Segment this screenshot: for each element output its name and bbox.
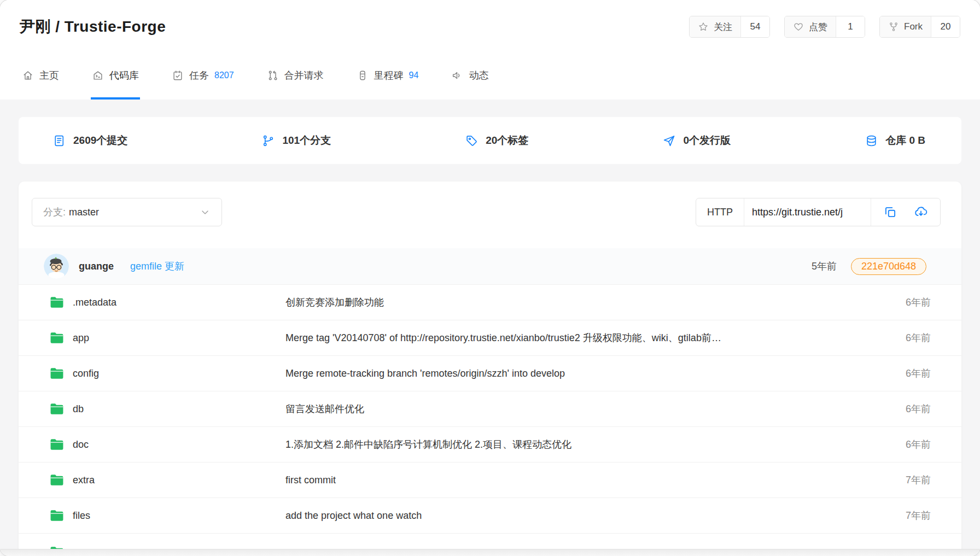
- page-title: 尹刚 / Trustie-Forge: [20, 16, 166, 37]
- commit-meta: 5年前 221e70d648: [812, 258, 926, 275]
- stat-tags[interactable]: 20个标签: [465, 133, 528, 148]
- tab-milestones-label: 里程碑: [374, 69, 404, 82]
- fork-count: 20: [931, 16, 960, 37]
- tab-activity[interactable]: 动态: [450, 54, 489, 100]
- stat-releases-label: 0个发行版: [683, 133, 731, 148]
- file-commit-time: 7年前: [876, 509, 931, 522]
- fork-label-segment: Fork: [880, 16, 931, 37]
- watch-button[interactable]: 关注 54: [689, 16, 770, 38]
- repo-size-icon: [865, 134, 878, 148]
- praise-label: 点赞: [809, 21, 827, 33]
- home-icon: [22, 69, 34, 81]
- watch-count: 54: [741, 16, 769, 37]
- repo-header: 尹刚 / Trustie-Forge 关注 54 点赞 1 Fork: [0, 0, 980, 54]
- commit-time: 5年前: [812, 260, 837, 273]
- stat-releases[interactable]: 0个发行版: [662, 133, 731, 148]
- tab-activity-label: 动态: [469, 69, 488, 82]
- file-name[interactable]: extra: [73, 475, 95, 486]
- stat-commits-label: 2609个提交: [73, 133, 127, 148]
- branch-label: 分支:: [43, 206, 66, 219]
- file-commit-message[interactable]: 留言发送邮件优化: [285, 402, 876, 415]
- file-name-cell: config: [49, 367, 285, 380]
- file-name-cell: .metadata: [49, 296, 285, 309]
- stat-branches[interactable]: 101个分支: [261, 133, 331, 148]
- repo-browser-card: 分支: master HTTP: [19, 182, 961, 556]
- clone-url-input[interactable]: [744, 198, 871, 226]
- merge-icon: [267, 69, 279, 81]
- table-row: db 留言发送邮件优化 6年前: [19, 391, 961, 426]
- file-commit-message[interactable]: Merge tag 'V20140708' of http://reposito…: [285, 331, 876, 344]
- folder-icon: [49, 402, 65, 415]
- window-bottom-edge: [0, 549, 980, 556]
- file-name[interactable]: app: [73, 332, 89, 344]
- copy-icon[interactable]: [883, 205, 897, 219]
- fork-icon: [888, 21, 899, 32]
- file-name-cell: app: [49, 331, 285, 344]
- stat-commits[interactable]: 2609个提交: [52, 133, 127, 148]
- table-row: .metadata 创新竞赛添加删除功能 6年前: [19, 284, 961, 320]
- table-row: doc 1.添加文档 2.邮件中缺陷序号计算机制优化 2.项目、课程动态优化 6…: [19, 426, 961, 462]
- tab-issues-count: 8207: [214, 71, 234, 80]
- stat-repo-size[interactable]: 仓库 0 B: [865, 133, 925, 148]
- file-name[interactable]: config: [73, 368, 99, 379]
- cloud-download-icon[interactable]: [914, 205, 928, 219]
- latest-commit-bar: guange gemfile 更新 5年前 221e70d648: [19, 248, 961, 284]
- file-name[interactable]: files: [73, 510, 90, 522]
- tab-milestones[interactable]: 里程碑 94: [355, 54, 420, 100]
- stat-tags-label: 20个标签: [486, 133, 528, 148]
- praise-count: 1: [836, 16, 865, 37]
- header-actions: 关注 54 点赞 1 Fork 20: [689, 16, 960, 38]
- branch-selector[interactable]: 分支: master: [32, 198, 222, 226]
- watch-label-segment: 关注: [690, 16, 741, 37]
- heart-icon: [793, 21, 804, 32]
- fork-label: Fork: [904, 21, 923, 32]
- activity-icon: [451, 69, 463, 81]
- file-name-cell: files: [49, 509, 285, 522]
- file-name[interactable]: .metadata: [73, 297, 116, 308]
- file-commit-message[interactable]: add the project what one watch: [285, 510, 876, 522]
- folder-icon: [49, 331, 65, 344]
- file-name-cell: doc: [49, 438, 285, 451]
- commit-author[interactable]: guange: [79, 261, 114, 272]
- file-commit-message[interactable]: 1.添加文档 2.邮件中缺陷序号计算机制优化 2.项目、课程动态优化: [285, 438, 876, 451]
- file-name[interactable]: doc: [73, 439, 89, 450]
- content-area: 2609个提交 101个分支 20个标签 0个发行版 仓库 0 B: [0, 100, 980, 556]
- clone-actions: [871, 198, 940, 226]
- avatar[interactable]: [44, 254, 69, 279]
- file-name-cell: extra: [49, 473, 285, 487]
- praise-button[interactable]: 点赞 1: [784, 16, 865, 38]
- file-name[interactable]: db: [73, 403, 84, 415]
- watch-label: 关注: [714, 21, 732, 33]
- commit-message-link[interactable]: gemfile 更新: [130, 260, 184, 273]
- table-row: config Merge remote-tracking branch 'rem…: [19, 355, 961, 391]
- commits-icon: [52, 134, 66, 148]
- table-row: files add the project what one watch 7年前: [19, 498, 961, 533]
- file-commit-time: 6年前: [876, 367, 931, 380]
- chevron-down-icon: [200, 207, 211, 218]
- file-commit-message[interactable]: Merge remote-tracking branch 'remotes/or…: [285, 368, 876, 379]
- file-table: .metadata 创新竞赛添加删除功能 6年前 app Merge tag '…: [19, 284, 961, 556]
- protocol-selector[interactable]: HTTP: [696, 198, 744, 226]
- stat-repo-size-label: 仓库 0 B: [885, 133, 925, 148]
- file-commit-time: 6年前: [876, 296, 931, 309]
- tab-pulls[interactable]: 合并请求: [266, 54, 325, 100]
- commit-sha-badge[interactable]: 221e70d648: [851, 258, 926, 275]
- folder-icon: [49, 438, 65, 451]
- fork-button[interactable]: Fork 20: [879, 16, 960, 38]
- file-commit-time: 6年前: [876, 438, 931, 451]
- code-icon: [92, 69, 104, 81]
- stat-branches-label: 101个分支: [282, 133, 331, 148]
- table-row: extra first commit 7年前: [19, 462, 961, 498]
- tab-issues-label: 任务: [189, 69, 209, 82]
- tab-code[interactable]: 代码库: [91, 54, 140, 100]
- tab-pulls-label: 合并请求: [284, 69, 324, 82]
- tab-home[interactable]: 主页: [21, 54, 60, 100]
- star-icon: [698, 21, 709, 32]
- file-commit-message[interactable]: first commit: [285, 475, 876, 486]
- file-name-cell: db: [49, 402, 285, 415]
- file-commit-message[interactable]: 创新竞赛添加删除功能: [285, 296, 876, 309]
- table-row: app Merge tag 'V20140708' of http://repo…: [19, 320, 961, 355]
- repo-stats-bar: 2609个提交 101个分支 20个标签 0个发行版 仓库 0 B: [19, 117, 961, 164]
- tab-issues[interactable]: 任务 8207: [171, 54, 235, 100]
- clone-url-group: HTTP: [696, 198, 941, 226]
